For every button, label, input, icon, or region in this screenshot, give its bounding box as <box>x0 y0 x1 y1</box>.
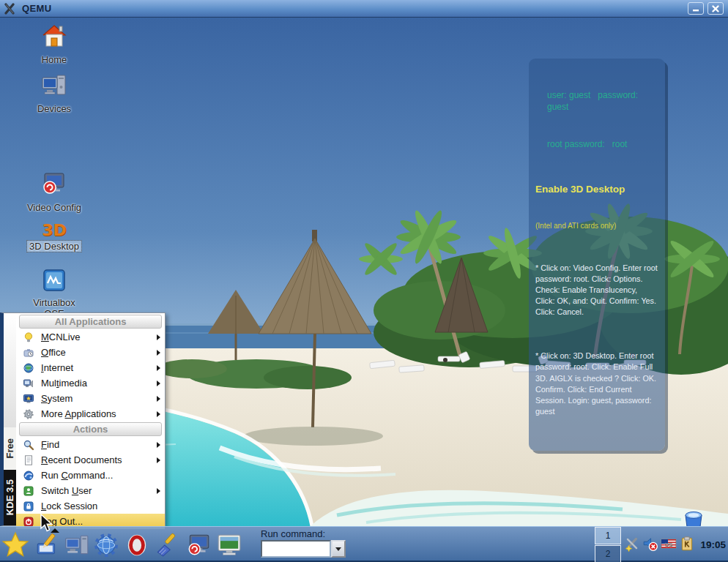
menu-item-office[interactable]: Office <box>16 345 165 360</box>
submenu-arrow-icon <box>157 381 160 386</box>
info-instructions: * Click on: Video Config. Enter root pas… <box>535 263 658 318</box>
menu-item-multimedia[interactable]: Multimedia <box>16 375 165 391</box>
menu-item-label: System <box>41 393 73 404</box>
menu-item-lock-session[interactable]: Lock Session <box>16 498 165 514</box>
video-config-icon <box>41 171 67 198</box>
desktop-icon-video-config[interactable]: Video Config <box>22 171 86 214</box>
branding-free: Free <box>4 427 16 470</box>
window-titlebar[interactable]: QEMU <box>0 0 728 18</box>
desktop-icon-label: Video Config <box>25 202 83 213</box>
menu-item-label: More Applications <box>41 408 116 419</box>
menu-item-recent-documents[interactable]: Recent Documents <box>16 452 165 468</box>
x11-logo-icon[interactable] <box>4 3 16 15</box>
menu-item-label: Internet <box>41 362 73 373</box>
launcher-computer[interactable] <box>63 531 91 559</box>
launcher-notes[interactable] <box>34 531 62 559</box>
launcher-display-settings[interactable] <box>215 531 243 559</box>
menu-item-label: Switch User <box>41 485 92 496</box>
switch-user-icon <box>23 485 34 497</box>
desktop-icon-3d-desktop[interactable]: 3D 3D Desktop <box>22 221 86 252</box>
close-icon <box>711 4 720 13</box>
kmenu-side-strip <box>4 313 16 429</box>
menu-item-label: MCNLive <box>41 331 80 342</box>
desktop-icon-label: Home <box>40 54 70 65</box>
notepad-pencil-icon <box>34 532 61 558</box>
briefcase-clock-icon <box>23 347 34 359</box>
magnifier-icon <box>23 439 34 451</box>
trash-icon[interactable] <box>681 509 706 526</box>
multimedia-icon <box>23 378 34 389</box>
menu-item-internet[interactable]: Internet <box>16 360 165 375</box>
run-command-combobox <box>261 540 346 558</box>
submenu-arrow-icon <box>157 411 160 417</box>
window-title: QEMU <box>22 3 52 14</box>
home-icon <box>41 23 67 50</box>
tool-tray-icon[interactable] <box>624 536 640 552</box>
desktop-icon-home[interactable]: Home <box>22 23 86 66</box>
globe-gear-icon <box>93 532 119 558</box>
pager-desktop-1[interactable]: 1 <box>595 527 621 544</box>
launcher-paintbrush[interactable] <box>154 531 182 559</box>
pager-desktop-2[interactable]: 2 <box>595 545 621 562</box>
opera-icon <box>124 532 150 558</box>
star-icon <box>1 531 29 560</box>
menu-item-run-command[interactable]: Run Command... <box>16 468 165 483</box>
info-subheading: (Intel and ATI cards only) <box>535 222 658 230</box>
globe-icon <box>23 362 34 374</box>
minimize-button[interactable] <box>688 2 704 15</box>
menu-item-label: Find <box>41 439 59 450</box>
menu-item-more-applications[interactable]: More Applications <box>16 406 165 422</box>
klipper-tray-icon[interactable] <box>679 536 695 552</box>
info-overlay-box: user: guest password: guest root passwor… <box>529 59 665 451</box>
submenu-arrow-icon <box>157 396 160 402</box>
gear-icon <box>23 408 34 420</box>
menu-item-label: Lock Session <box>41 501 97 512</box>
lock-icon <box>23 501 34 512</box>
menu-item-find[interactable]: Find <box>16 437 165 452</box>
keyboard-layout-flag-icon[interactable]: US <box>661 536 677 552</box>
kmenu-button[interactable] <box>1 531 29 559</box>
keyboard-layout-label: US <box>665 542 672 548</box>
panel-clock[interactable]: 19:05 <box>700 527 726 562</box>
paintbrush-icon <box>155 532 181 558</box>
launcher-konqueror[interactable] <box>92 531 120 559</box>
menu-item-mcnlive[interactable]: MCNLive <box>16 329 165 345</box>
credentials-line: root password: root <box>547 139 658 151</box>
system-monitor-icon <box>23 393 34 405</box>
menu-item-label: Run Command... <box>41 470 113 481</box>
lightbulb-icon <box>23 331 34 343</box>
desktop-pager: 1 2 <box>595 527 623 562</box>
info-heading: Enable 3D Desktop <box>535 184 658 195</box>
kicker-panel: Run command: 1 2 <box>0 526 728 562</box>
close-button[interactable] <box>707 2 724 15</box>
desktop-icon-devices[interactable]: Devices <box>22 72 86 115</box>
menu-item-label: Recent Documents <box>41 454 122 465</box>
chevron-down-icon <box>335 547 341 551</box>
submenu-arrow-icon <box>157 350 160 356</box>
launcher-video-config[interactable] <box>185 531 212 559</box>
kmenu-side-branding: Free KDE 3.5 <box>4 313 16 525</box>
menu-section-header: All Applications <box>19 315 162 329</box>
video-config-icon <box>185 532 212 558</box>
display-monitor-icon <box>216 532 242 558</box>
submenu-arrow-icon <box>157 457 160 463</box>
run-command-label: Run command: <box>261 528 325 539</box>
submenu-arrow-icon <box>157 442 160 448</box>
muted-volume-tray-icon[interactable] <box>642 536 658 552</box>
k-menu-popup: Free KDE 3.5 All Applications MCNLive Of… <box>0 312 166 526</box>
devices-icon <box>41 72 67 99</box>
computer-icon <box>64 532 90 558</box>
launcher-opera[interactable] <box>123 531 151 559</box>
menu-item-label: Office <box>41 347 66 358</box>
run-command-input[interactable] <box>261 540 331 558</box>
run-command-icon <box>23 470 34 482</box>
virtualbox-icon <box>41 267 67 293</box>
run-command-dropdown-button[interactable] <box>331 540 346 558</box>
branding-kde-version: KDE 3.5 <box>4 470 16 525</box>
mouse-cursor <box>38 514 54 533</box>
info-instructions: * Click on: 3D Desktop. Enter root passw… <box>535 351 658 417</box>
submenu-arrow-icon <box>157 334 160 340</box>
menu-item-switch-user[interactable]: Switch User <box>16 483 165 498</box>
document-icon <box>23 454 34 466</box>
menu-item-system[interactable]: System <box>16 391 165 406</box>
